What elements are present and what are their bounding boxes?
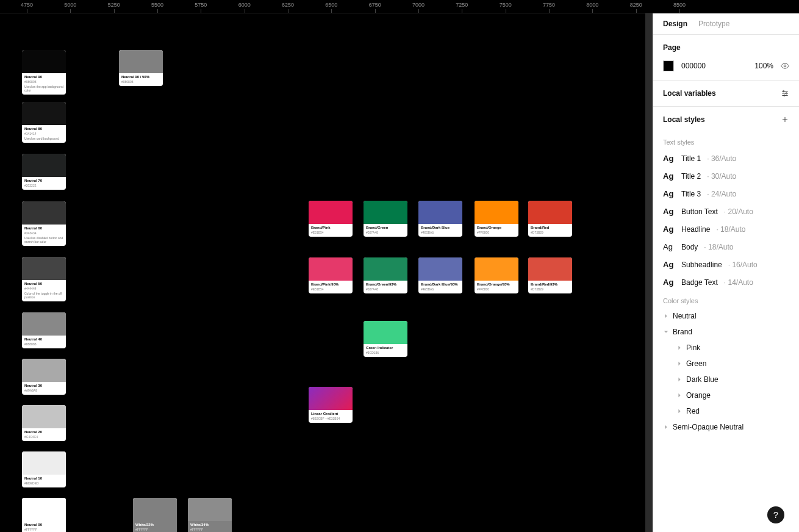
text-style-item[interactable]: AgHeadline · 18/Auto (653, 220, 799, 238)
ruler-tick: 5000 (64, 2, 76, 8)
swatch-hex: #141414 (24, 132, 63, 135)
swatch-name: White/34% (190, 523, 229, 527)
color-swatch[interactable]: Neutral 20#C4C4C4 (22, 405, 66, 441)
text-style-meta: · 20/Auto (724, 207, 753, 216)
page-opacity[interactable]: 100% (754, 62, 773, 70)
swatch-name: Brand/Red (531, 226, 570, 230)
chevron-right-icon[interactable] (663, 313, 669, 319)
text-style-name: Title 2 (681, 172, 701, 181)
color-swatch[interactable]: Neutral 10#EDEDED (22, 451, 66, 487)
swatch-hex: #FF8800 (477, 287, 516, 291)
color-style-item[interactable]: Red (653, 403, 799, 419)
settings-icon[interactable] (781, 89, 789, 98)
swatch-name: Brand/Dark Blue/93% (421, 282, 460, 287)
chevron-right-icon[interactable] (663, 424, 669, 430)
color-style-item[interactable]: Orange (653, 387, 799, 403)
color-swatch[interactable]: Brand/Pink#E31B54 (309, 201, 353, 237)
color-swatch[interactable]: Linear Gradient#8B2CBF→#E31B54 (309, 387, 353, 423)
color-swatch[interactable]: Brand/Orange#FF8800 (475, 201, 518, 237)
swatch-hex: #FFFFFF (190, 528, 229, 531)
color-group[interactable]: Semi-Opaque Neutral (653, 419, 799, 435)
text-style-item[interactable]: AgSubheadline · 16/Auto (653, 256, 799, 273)
horizontal-ruler: 4750500052505500575060006250650067507000… (0, 0, 799, 13)
color-swatch[interactable]: White/22%#FFFFFF (133, 498, 177, 532)
swatch-name: Neutral 20 (24, 430, 63, 434)
text-style-preview: Ag (663, 225, 675, 234)
color-swatch[interactable]: Neutral 80#141414Used as card background (22, 102, 66, 143)
chevron-right-icon[interactable] (676, 376, 683, 383)
color-style-item[interactable]: Dark Blue (653, 372, 799, 387)
text-style-item[interactable]: AgTitle 3 · 24/Auto (653, 185, 799, 203)
color-style-label: Pink (686, 343, 700, 352)
text-style-preview: Ag (663, 242, 675, 251)
text-style-item[interactable]: AgBadge Text · 14/Auto (653, 273, 799, 291)
text-style-meta: · 36/Auto (707, 154, 736, 163)
page-background-chip[interactable] (663, 60, 674, 71)
canvas[interactable]: Neutral 90#080808Used as the app backgro… (0, 13, 653, 532)
color-swatch[interactable]: Neutral 90#080808Used as the app backgro… (22, 50, 66, 95)
swatch-hex: #EDEDED (24, 481, 63, 485)
text-style-meta: · 14/Auto (724, 278, 753, 287)
swatch-name: Neutral 40 (24, 337, 63, 342)
color-style-item[interactable]: Green (653, 356, 799, 372)
local-variables-label: Local variables (663, 89, 716, 98)
color-swatch[interactable]: Brand/Red#D73B29 (528, 201, 572, 237)
chevron-right-icon[interactable] (676, 345, 683, 351)
page-section-label: Page (653, 35, 799, 60)
swatch-name: Brand/Green (366, 226, 405, 230)
text-style-item[interactable]: AgBody · 18/Auto (653, 238, 799, 256)
ruler-tick: 7000 (412, 2, 425, 8)
ruler-tick: 7250 (456, 2, 468, 8)
color-swatch[interactable]: Neutral 60#343434Used as disabled button… (22, 201, 66, 246)
color-swatch[interactable]: Neutral 70#202222 (22, 154, 66, 190)
swatch-hex: #080808 (24, 80, 63, 84)
tab-design[interactable]: Design (663, 20, 687, 28)
swatch-hex: #FFFFFF (135, 528, 174, 531)
color-swatch[interactable]: Neutral 50#444444Color of the toggle in … (22, 257, 66, 301)
color-group[interactable]: Brand (653, 324, 799, 340)
text-style-meta: · 18/Auto (716, 225, 745, 234)
color-swatch[interactable]: Brand/Dark Blue/93%#4E5BA6 (418, 257, 462, 293)
color-swatch[interactable]: Neutral 40#888888 (22, 312, 66, 348)
plus-icon[interactable] (781, 115, 789, 124)
swatch-hex: #4E5BA6 (421, 287, 460, 291)
swatch-hex: #C4C4C4 (24, 435, 63, 439)
eye-icon[interactable] (781, 62, 789, 70)
help-button[interactable]: ? (767, 506, 784, 523)
swatch-hex: #E31B54 (311, 287, 350, 291)
swatch-name: Brand/Dark Blue (421, 226, 460, 230)
color-style-label: Dark Blue (686, 375, 718, 384)
text-style-name: Button Text (681, 207, 718, 216)
text-style-item[interactable]: AgButton Text · 20/Auto (653, 203, 799, 220)
chevron-down-icon[interactable] (663, 329, 669, 335)
swatch-hex: #D73B29 (531, 287, 570, 291)
page-color-hex[interactable]: 000000 (681, 62, 747, 70)
ruler-tick: 8250 (630, 2, 642, 8)
swatch-name: Neutral 80 (24, 127, 63, 131)
color-group[interactable]: Neutral (653, 308, 799, 324)
color-swatch[interactable]: Neutral 90 / 50%#080808 (119, 50, 163, 86)
color-swatch[interactable]: Brand/Green#027A48 (364, 201, 407, 237)
tab-prototype[interactable]: Prototype (698, 20, 729, 28)
ruler-tick: 8000 (586, 2, 598, 8)
color-swatch[interactable]: Brand/Red/93%#D73B29 (528, 257, 572, 293)
swatch-name: Neutral 90 (24, 75, 63, 79)
chevron-right-icon[interactable] (676, 392, 683, 398)
color-style-item[interactable]: Pink (653, 340, 799, 356)
text-style-item[interactable]: AgTitle 2 · 30/Auto (653, 167, 799, 185)
color-swatch[interactable]: Brand/Orange/93%#FF8800 (475, 257, 518, 293)
chevron-right-icon[interactable] (676, 361, 683, 367)
color-swatch[interactable]: Green Indicator#3CD186 (364, 321, 407, 357)
color-swatch[interactable]: Neutral 30#A9A9A9 (22, 359, 66, 395)
chevron-right-icon[interactable] (676, 408, 683, 414)
color-swatch[interactable]: Brand/Pink/93%#E31B54 (309, 257, 353, 293)
color-swatch[interactable]: Brand/Green/93%#027A48 (364, 257, 407, 293)
swatch-name: Green Indicator (366, 346, 405, 350)
swatch-name: Brand/Orange (477, 226, 516, 230)
color-swatch[interactable]: Neutral 00#FFFFFF (22, 498, 66, 532)
color-swatch[interactable]: Brand/Dark Blue#4E5BA6 (418, 201, 462, 237)
color-swatch[interactable]: White/34%#FFFFFF (188, 498, 232, 532)
swatch-hex: #D73B29 (531, 231, 570, 234)
text-style-item[interactable]: AgTitle 1 · 36/Auto (653, 149, 799, 167)
ruler-tick: 8500 (673, 2, 686, 8)
